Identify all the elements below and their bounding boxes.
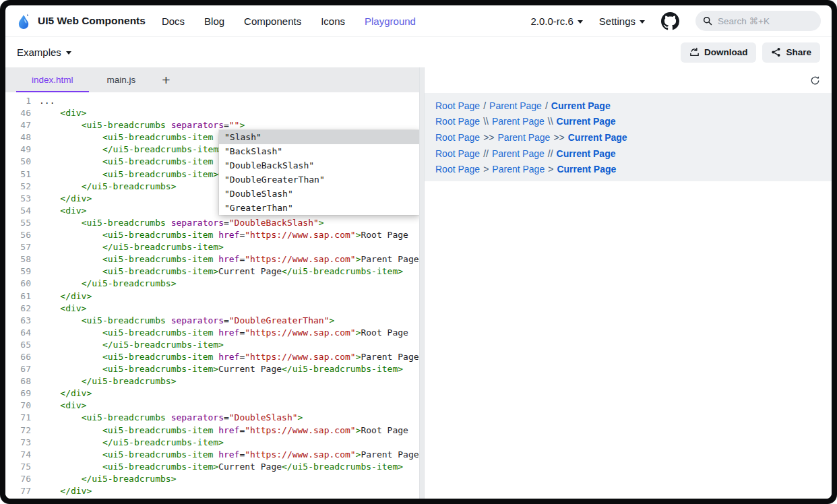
app-window: UI5 Web Components Docs Blog Components … (5, 5, 832, 499)
nav-link-icons[interactable]: Icons (321, 15, 345, 27)
tab-main-js[interactable]: main.js (90, 67, 153, 92)
line-number: 72 (5, 424, 39, 437)
code-text: </ui5-breadcrumbs-item> (39, 339, 224, 351)
line-number: 69 (5, 387, 39, 400)
github-icon[interactable] (661, 12, 679, 30)
line-number: 1 (5, 95, 39, 107)
examples-dropdown[interactable]: Examples (17, 46, 71, 58)
code-text: <ui5-breadcrumbs-item href="https://www.… (39, 229, 408, 241)
breadcrumb-current: Current Page (557, 116, 616, 127)
nav-link-playground[interactable]: Playground (365, 15, 416, 27)
top-navbar: UI5 Web Components Docs Blog Components … (5, 5, 832, 37)
code-text: <ui5-breadcrumbs-item href="https://www.… (39, 253, 419, 265)
code-text: </div> (39, 387, 92, 400)
autocomplete-item[interactable]: "DoubleSlash" (219, 187, 419, 201)
code-text: <ui5-breadcrumbs-item>Current Page</ui5-… (39, 461, 403, 473)
autocomplete-item[interactable]: "BackSlash" (219, 144, 419, 158)
version-dropdown[interactable]: 2.0.0-rc.6 (530, 15, 582, 27)
code-text: <div> (39, 205, 86, 217)
line-number: 52 (5, 181, 39, 193)
code-line: 56 <ui5-breadcrumbs-item href="https://w… (5, 229, 419, 241)
autocomplete-item[interactable]: "DoubleBackSlash" (219, 158, 419, 172)
breadcrumb-link[interactable]: Parent Page (492, 164, 545, 175)
code-text: </ui5-breadcrumbs> (39, 278, 177, 290)
breadcrumb-link[interactable]: Root Page (435, 132, 480, 143)
line-number: 76 (5, 473, 39, 485)
line-number: 59 (5, 265, 39, 278)
line-number: 50 (5, 156, 39, 168)
code-line: 74 <ui5-breadcrumbs-item href="https://w… (5, 449, 419, 461)
line-number: 78 (5, 497, 39, 499)
code-line: 77 </div> (5, 485, 419, 497)
share-button[interactable]: Share (762, 42, 820, 63)
code-text: ... (39, 95, 55, 107)
code-line: 67 <ui5-breadcrumbs-item>Current Page</u… (5, 363, 419, 375)
line-number: 65 (5, 339, 39, 351)
autocomplete-item[interactable]: "GreaterThan" (219, 201, 419, 215)
refresh-button[interactable] (808, 73, 822, 87)
breadcrumb-separator: > (545, 164, 557, 175)
breadcrumb-link[interactable]: Root Page (435, 164, 480, 175)
line-number: 64 (5, 327, 39, 339)
panel-resize-handle[interactable] (419, 67, 425, 499)
code-line: 72 <ui5-breadcrumbs-item href="https://w… (5, 424, 419, 437)
code-text: <ui5-breadcrumbs-item href="https://www.… (39, 449, 419, 461)
code-text: </ui5-breadcrumbs> (39, 181, 177, 193)
code-text: <ui5-breadcrumbs separators=""> (39, 119, 245, 131)
code-text: <ui5-breadcrumbs-item>Current Page</ui5-… (39, 363, 403, 375)
breadcrumb-link[interactable]: Parent Page (489, 100, 542, 111)
code-line: 69 </div> (5, 387, 419, 400)
breadcrumb-separator: / (480, 100, 489, 111)
code-line: 46 <div> (5, 107, 419, 119)
code-line: 55 <ui5-breadcrumbs separators="DoubleBa… (5, 217, 419, 229)
line-number: 53 (5, 193, 39, 205)
code-text: </div> (39, 193, 92, 205)
code-line: 75 <ui5-breadcrumbs-item>Current Page</u… (5, 461, 419, 473)
chevron-down-icon (66, 51, 71, 55)
search-input[interactable]: Search ⌘+K (695, 11, 821, 31)
line-number: 62 (5, 303, 39, 315)
breadcrumb-link[interactable]: Parent Page (492, 116, 545, 127)
code-line: 68 </ui5-breadcrumbs> (5, 375, 419, 387)
line-number: 57 (5, 241, 39, 253)
refresh-icon (810, 75, 820, 86)
line-number: 48 (5, 131, 39, 144)
line-number: 66 (5, 351, 39, 363)
settings-dropdown[interactable]: Settings (599, 15, 645, 27)
breadcrumb-link[interactable]: Root Page (435, 148, 480, 159)
breadcrumb-separator: > (480, 164, 492, 175)
line-number: 74 (5, 449, 39, 461)
autocomplete-item[interactable]: "Slash" (219, 130, 419, 144)
download-label: Download (704, 47, 748, 57)
line-number: 55 (5, 217, 39, 229)
code-text: </ui5-breadcrumbs> (39, 375, 177, 387)
breadcrumb-link[interactable]: Parent Page (492, 148, 545, 159)
breadcrumb-link[interactable]: Parent Page (498, 132, 551, 143)
examples-label: Examples (17, 46, 61, 58)
nav-link-docs[interactable]: Docs (162, 15, 185, 27)
code-text: <div> (39, 107, 86, 119)
code-text: </ui5-breadcrumbs-item> (39, 144, 224, 156)
header-right-group: 2.0.0-rc.6 Settings Search ⌘+K (530, 11, 821, 31)
code-line: 1... (5, 95, 419, 107)
code-text: <ui5-breadcrumbs-item href="https://www.… (39, 424, 408, 437)
breadcrumb-link[interactable]: Root Page (435, 116, 480, 127)
line-number: 68 (5, 375, 39, 387)
download-button[interactable]: Download (681, 42, 757, 63)
nav-link-components[interactable]: Components (244, 15, 301, 27)
toolbar-buttons: Download Share (681, 42, 820, 63)
main-split: index.html main.js + 1...46 <div>47 <ui5… (5, 67, 832, 499)
add-tab-button[interactable]: + (152, 67, 179, 92)
code-line: 57 </ui5-breadcrumbs-item> (5, 241, 419, 253)
breadcrumb-link[interactable]: Root Page (435, 100, 480, 111)
nav-link-blog[interactable]: Blog (204, 15, 224, 27)
tab-index-html[interactable]: index.html (15, 67, 90, 92)
autocomplete-item[interactable]: "DoubleGreaterThan" (219, 172, 419, 187)
line-number: 75 (5, 461, 39, 473)
line-number: 71 (5, 412, 39, 424)
code-text: <ui5-breadcrumbs-item href="https://www.… (39, 327, 408, 339)
code-text: </div> (39, 290, 92, 303)
line-number: 51 (5, 168, 39, 181)
breadcrumb-current: Current Page (568, 132, 627, 143)
line-number: 56 (5, 229, 39, 241)
